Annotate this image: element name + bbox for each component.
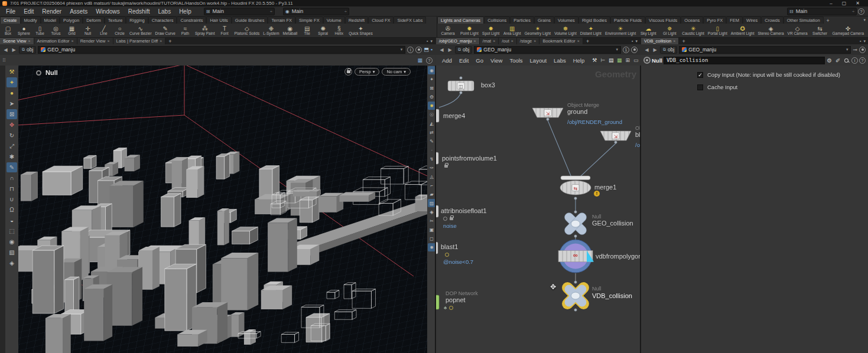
node-pointsfromvolume1[interactable] [436,152,438,164]
point-light-tool[interactable]: ✹ Point Light [459,25,480,36]
shelf-tab[interactable]: Viscous Fluids [645,17,681,24]
pane-tab[interactable]: Scene View× [0,38,34,44]
dop-tree-icon[interactable]: ♣ [444,305,447,310]
radial-menu-icon[interactable] [415,47,422,53]
node-merge1[interactable]: ⇆ [560,176,591,195]
path-field[interactable]: GEO_manju ▾ [474,46,621,54]
shelf-tab[interactable]: Modify [21,17,41,24]
spot-light-tool[interactable]: ✸ Spot Light [480,25,502,36]
add-shelf-tab-icon[interactable]: + [824,18,833,24]
path-tool[interactable]: ≈ Path [177,25,193,36]
path-root-chip[interactable]: ⧉obj [660,46,677,54]
shelf-tab[interactable]: Polygon [60,17,83,24]
menu-item[interactable]: Redshift [124,8,154,15]
display-flag-icon[interactable] [449,306,453,310]
shelf-tab[interactable]: Wires [743,17,761,24]
camera-tool[interactable]: ✇ Camera [437,25,459,36]
pane-tab[interactable]: /stage× [517,38,540,44]
display-flag-icon[interactable] [443,217,447,221]
close-tab-icon[interactable]: × [473,39,476,43]
pane-tab[interactable]: Animation Editor× [34,38,77,44]
stereo-camera-tool[interactable]: ◈ Stereo Camera [756,25,786,36]
volume-light-tool[interactable]: ❅ Volume Light [552,25,578,36]
box-tool[interactable]: ▢ Box [0,25,16,36]
maximize-icon[interactable]: ▢ [842,1,847,6]
back-icon[interactable]: ◀ [2,47,9,53]
gi-light-tool[interactable]: ✵ GI Light [659,25,680,36]
network-menu-item[interactable]: Help [570,57,589,64]
right-desktop-selector[interactable]: ⊟ Main ÷ [787,8,857,15]
shelf-tab[interactable]: Crowds [761,17,783,24]
menu-item[interactable]: Help [175,8,196,15]
distant-light-tool[interactable]: ✦ Distant Light [578,25,603,36]
node-label[interactable]: GEO_collision [592,220,633,227]
camera-select-button[interactable]: No cam▾ [382,68,411,76]
tube-tool[interactable]: ▯ Tube [32,25,48,36]
selector-spinner-icon[interactable]: ÷ [852,9,854,14]
color-correction-icon[interactable]: ▪ [431,47,433,53]
warning-badge[interactable]: ! [594,191,600,197]
draw-curve-tool[interactable]: ✎ Draw Curve [154,25,177,36]
pane-tab[interactable]: Labs | Parameter Diff× [113,38,166,44]
pane-tab[interactable]: /obj/GEO_manju× [436,38,480,44]
close-tab-icon[interactable]: × [108,39,110,43]
shelf-tab[interactable]: Model [41,17,60,24]
gamepad-camera-tool[interactable]: ✜ Gamepad Camera [831,25,866,36]
quickplane-icon[interactable]: ▧ [6,247,17,257]
shelf-tab[interactable]: Redshift [345,17,369,24]
portal-light-tool[interactable]: ▯ Portal Light [706,25,729,36]
add-pane-tab-icon[interactable]: + [165,38,174,44]
scale-tool-icon[interactable]: ⤢ [6,141,17,151]
shelf-tab[interactable]: Cloud FX [368,17,394,24]
close-tab-icon[interactable]: × [577,39,580,43]
network-menu-item[interactable]: Tools [506,57,526,64]
pane-maximize-icon[interactable]: ▪ [632,39,633,43]
shelf-tab[interactable]: Constraints [177,17,206,24]
pose-tool-icon[interactable]: ✱ [6,152,17,162]
network-menu-item[interactable]: Add [438,57,456,64]
brush-tool-icon[interactable]: ✦ [6,77,17,87]
close-tab-icon[interactable]: × [28,39,30,43]
sculpt-tool-icon[interactable]: ● [6,88,17,98]
shelf-tab[interactable]: Volume [323,17,345,24]
shelf-overflow-icon[interactable]: ▾ [863,18,866,22]
null-tool[interactable]: ✛ Null [80,25,96,36]
node-vdb-collision[interactable] [560,280,591,311]
shelf-tab[interactable]: Hair Utils [206,17,231,24]
view-pivot-icon[interactable]: ◉ [6,237,17,247]
node-label[interactable]: popnet [446,296,466,303]
minimize-icon[interactable]: – [830,1,832,6]
path-root-chip[interactable]: ⧉obj [455,46,472,54]
node-label[interactable]: vdbfrompolygons [596,253,641,260]
lock-flag-icon[interactable] [444,165,448,168]
selector-spinner-icon[interactable]: ÷ [344,9,347,14]
display-handles-icon[interactable]: ◈ [6,258,17,268]
shelf-tab[interactable]: Particles [510,17,534,24]
desktop-selector[interactable]: ⊞ Main ÷ [204,8,275,15]
pane-tab[interactable]: /out× [499,38,517,44]
pane-menu-icon[interactable]: ▾ [430,39,433,44]
checkbox[interactable] [697,84,703,90]
translate-tool-icon[interactable]: ✥ [6,120,17,130]
pin-icon[interactable]: ⊸ [853,47,857,53]
shelf-tab[interactable]: Particle Fluids [610,17,645,24]
select-tool-icon[interactable]: ➤ [6,99,17,109]
close-tab-icon[interactable]: × [511,39,513,43]
path-dropdown-icon[interactable]: ▾ [846,47,849,52]
line-tool[interactable]: ╱ Line [96,25,112,36]
close-tab-icon[interactable]: × [673,39,675,43]
forward-icon[interactable]: ▶ [652,47,658,53]
network-box-icon[interactable]: ▭ [632,57,640,63]
info-icon[interactable]: i [851,57,858,64]
menu-item[interactable]: Assets [66,8,92,15]
pane-splitter[interactable] [640,66,641,353]
helix-tool[interactable]: § Helix [331,25,347,36]
vr-camera-tool[interactable]: ◇ VR Camera [786,25,810,36]
radial-menu-icon[interactable] [631,47,638,53]
orientation-picking-icon[interactable]: ◒ [6,215,17,225]
sphere-tool[interactable]: ● Sphere [16,25,32,36]
shelf-tab[interactable]: Other Simulation [784,17,824,24]
node-attribnoisefloat1[interactable] [436,205,438,217]
radial-menu-icon[interactable] [859,47,866,53]
node-label[interactable]: attribnoisefloat1 [441,207,487,214]
